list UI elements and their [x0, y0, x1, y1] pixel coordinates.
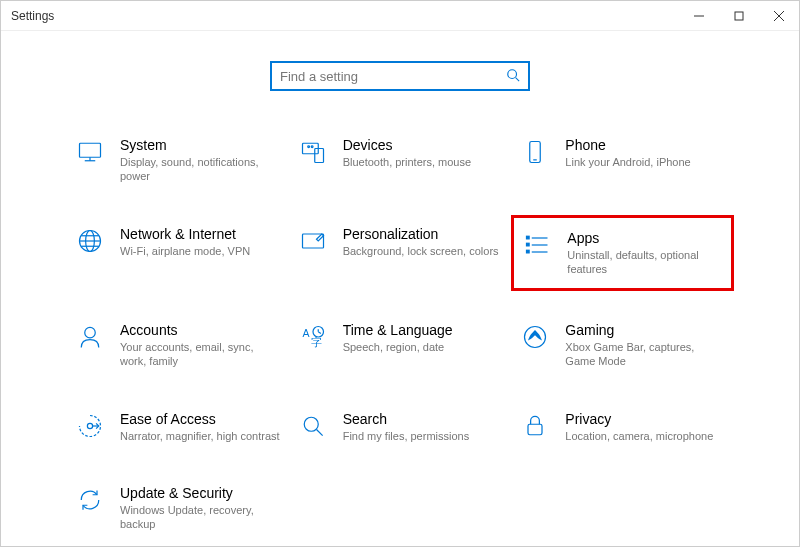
svg-point-4: [508, 69, 517, 78]
svg-text:字: 字: [311, 336, 322, 348]
tile-title: System: [120, 137, 280, 153]
tile-desc: Location, camera, microphone: [565, 429, 725, 443]
globe-icon: [75, 226, 105, 256]
svg-rect-10: [314, 149, 323, 163]
maximize-button[interactable]: [719, 1, 759, 31]
devices-icon: [298, 137, 328, 167]
tile-text: Personalization Background, lock screen,…: [343, 226, 503, 258]
tile-devices[interactable]: Devices Bluetooth, printers, mouse: [294, 131, 507, 190]
tile-privacy[interactable]: Privacy Location, camera, microphone: [516, 405, 729, 449]
system-icon: [75, 137, 105, 167]
tile-desc: Display, sound, notifications, power: [120, 155, 280, 184]
tile-update-security[interactable]: Update & Security Windows Update, recove…: [71, 479, 284, 538]
svg-rect-24: [527, 236, 530, 239]
tile-search[interactable]: Search Find my files, permissions: [294, 405, 507, 449]
content-area: System Display, sound, notifications, po…: [1, 31, 799, 546]
gaming-icon: [520, 322, 550, 352]
tile-desc: Uninstall, defaults, optional features: [567, 248, 723, 277]
tile-desc: Narrator, magnifier, high contrast: [120, 429, 280, 443]
minimize-button[interactable]: [679, 1, 719, 31]
svg-rect-1: [735, 12, 743, 20]
svg-line-37: [316, 429, 322, 435]
search-wrap: [71, 61, 729, 91]
tile-text: Network & Internet Wi-Fi, airplane mode,…: [120, 226, 280, 258]
tile-apps[interactable]: Apps Uninstall, defaults, optional featu…: [516, 220, 729, 287]
tile-title: Gaming: [565, 322, 725, 338]
titlebar: Settings: [1, 1, 799, 31]
maximize-icon: [734, 11, 744, 21]
tile-title: Apps: [567, 230, 723, 246]
tile-accounts[interactable]: Accounts Your accounts, email, sync, wor…: [71, 316, 284, 375]
close-button[interactable]: [759, 1, 799, 31]
svg-point-34: [87, 423, 92, 428]
ease-of-access-icon: [75, 411, 105, 441]
svg-point-36: [304, 417, 318, 431]
tile-text: Update & Security Windows Update, recove…: [120, 485, 280, 532]
update-icon: [75, 485, 105, 515]
search-icon: [506, 68, 520, 85]
tile-text: Gaming Xbox Game Bar, captures, Game Mod…: [565, 322, 725, 369]
tile-title: Accounts: [120, 322, 280, 338]
svg-point-27: [85, 328, 96, 339]
tile-text: Devices Bluetooth, printers, mouse: [343, 137, 503, 169]
svg-rect-26: [527, 250, 530, 253]
tile-desc: Background, lock screen, colors: [343, 244, 503, 258]
apps-icon: [522, 230, 552, 260]
settings-grid: System Display, sound, notifications, po…: [71, 131, 729, 538]
personalization-icon: [298, 226, 328, 256]
tile-title: Network & Internet: [120, 226, 280, 242]
settings-window: Settings: [0, 0, 800, 547]
tile-personalization[interactable]: Personalization Background, lock screen,…: [294, 220, 507, 287]
search-tile-icon: [298, 411, 328, 441]
tile-system[interactable]: System Display, sound, notifications, po…: [71, 131, 284, 190]
tile-desc: Wi-Fi, airplane mode, VPN: [120, 244, 280, 258]
svg-rect-38: [528, 424, 542, 435]
tile-title: Devices: [343, 137, 503, 153]
tile-title: Personalization: [343, 226, 503, 242]
tile-title: Time & Language: [343, 322, 503, 338]
search-box[interactable]: [270, 61, 530, 91]
svg-text:A: A: [302, 327, 309, 339]
svg-point-33: [525, 327, 546, 348]
svg-line-5: [516, 77, 520, 81]
tile-desc: Bluetooth, printers, mouse: [343, 155, 503, 169]
tile-time-language[interactable]: A字 Time & Language Speech, region, date: [294, 316, 507, 375]
tile-desc: Your accounts, email, sync, work, family: [120, 340, 280, 369]
tile-text: Search Find my files, permissions: [343, 411, 503, 443]
accounts-icon: [75, 322, 105, 352]
tile-desc: Link your Android, iPhone: [565, 155, 725, 169]
svg-rect-25: [527, 243, 530, 246]
privacy-icon: [520, 411, 550, 441]
tile-text: Time & Language Speech, region, date: [343, 322, 503, 354]
svg-point-12: [311, 146, 313, 148]
tile-title: Privacy: [565, 411, 725, 427]
tile-phone[interactable]: Phone Link your Android, iPhone: [516, 131, 729, 190]
tile-text: Ease of Access Narrator, magnifier, high…: [120, 411, 280, 443]
tile-desc: Find my files, permissions: [343, 429, 503, 443]
tile-title: Phone: [565, 137, 725, 153]
tile-text: Apps Uninstall, defaults, optional featu…: [567, 230, 723, 277]
svg-point-11: [307, 146, 309, 148]
close-icon: [774, 11, 784, 21]
search-input[interactable]: [280, 69, 506, 84]
minimize-icon: [694, 11, 704, 21]
tile-gaming[interactable]: Gaming Xbox Game Bar, captures, Game Mod…: [516, 316, 729, 375]
tile-desc: Xbox Game Bar, captures, Game Mode: [565, 340, 725, 369]
tile-text: Accounts Your accounts, email, sync, wor…: [120, 322, 280, 369]
tile-text: Phone Link your Android, iPhone: [565, 137, 725, 169]
tile-title: Update & Security: [120, 485, 280, 501]
tile-text: Privacy Location, camera, microphone: [565, 411, 725, 443]
svg-line-32: [318, 332, 321, 334]
tile-title: Ease of Access: [120, 411, 280, 427]
tile-desc: Windows Update, recovery, backup: [120, 503, 280, 532]
window-title: Settings: [11, 9, 54, 23]
phone-icon: [520, 137, 550, 167]
tile-network[interactable]: Network & Internet Wi-Fi, airplane mode,…: [71, 220, 284, 287]
svg-rect-6: [80, 143, 101, 157]
window-controls: [679, 1, 799, 31]
tile-text: System Display, sound, notifications, po…: [120, 137, 280, 184]
tile-desc: Speech, region, date: [343, 340, 503, 354]
tile-ease-of-access[interactable]: Ease of Access Narrator, magnifier, high…: [71, 405, 284, 449]
tile-title: Search: [343, 411, 503, 427]
time-language-icon: A字: [298, 322, 328, 352]
